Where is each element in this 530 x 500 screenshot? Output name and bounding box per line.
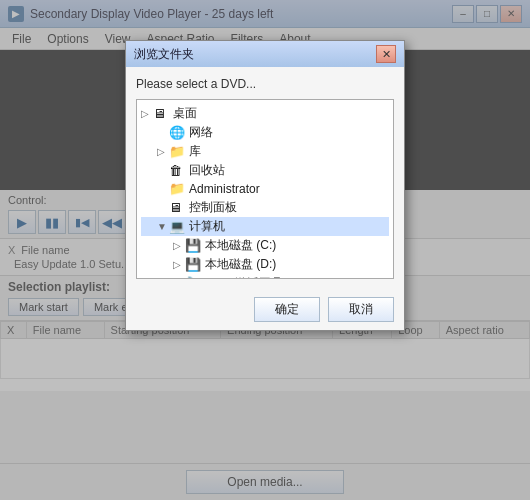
tree-item-wintool[interactable]: 🔧 WIN7激活工具: [141, 274, 389, 279]
dialog-prompt: Please select a DVD...: [136, 77, 394, 91]
tree-arrow: ▷: [173, 259, 185, 270]
tree-item-admin[interactable]: 📁 Administrator: [141, 180, 389, 198]
tree-item-desktop[interactable]: ▷ 🖥 桌面: [141, 104, 389, 123]
tree-label: WIN7激活工具: [205, 275, 283, 279]
tree-item-diskd[interactable]: ▷ 💾 本地磁盘 (D:): [141, 255, 389, 274]
dialog-overlay: 浏览文件夹 ✕ Please select a DVD... ▷ 🖥 桌面: [0, 0, 530, 500]
tree-item-diskc[interactable]: ▷ 💾 本地磁盘 (C:): [141, 236, 389, 255]
dialog-body: Please select a DVD... ▷ 🖥 桌面 🌐 网络: [126, 67, 404, 289]
wintool-icon: 🔧: [185, 276, 201, 280]
tree-label: 网络: [189, 124, 213, 141]
dialog-cancel-button[interactable]: 取消: [328, 297, 394, 322]
dialog-title-bar: 浏览文件夹 ✕: [126, 41, 404, 67]
library-icon: 📁: [169, 144, 185, 160]
tree-item-recycle[interactable]: 🗑 回收站: [141, 161, 389, 180]
tree-arrow: ▷: [141, 108, 153, 119]
controlpanel-icon: 🖥: [169, 200, 185, 216]
dialog-title-text: 浏览文件夹: [134, 46, 376, 63]
diskd-icon: 💾: [185, 257, 201, 273]
admin-icon: 📁: [169, 181, 185, 197]
desktop-icon: 🖥: [153, 106, 169, 122]
tree-item-library[interactable]: ▷ 📁 库: [141, 142, 389, 161]
network-icon: 🌐: [169, 125, 185, 141]
tree-arrow: ▼: [157, 221, 169, 232]
tree-item-controlpanel[interactable]: 🖥 控制面板: [141, 198, 389, 217]
tree-arrow: ▷: [157, 146, 169, 157]
computer-icon: 💻: [169, 219, 185, 235]
dialog-tree[interactable]: ▷ 🖥 桌面 🌐 网络 ▷ 📁 库: [136, 99, 394, 279]
tree-label: Administrator: [189, 182, 260, 196]
dialog-close-button[interactable]: ✕: [376, 45, 396, 63]
recycle-icon: 🗑: [169, 163, 185, 179]
folder-dialog: 浏览文件夹 ✕ Please select a DVD... ▷ 🖥 桌面: [125, 40, 405, 331]
tree-item-computer[interactable]: ▼ 💻 计算机: [141, 217, 389, 236]
dialog-footer: 确定 取消: [126, 289, 404, 330]
tree-label: 桌面: [173, 105, 197, 122]
tree-arrow: ▷: [173, 240, 185, 251]
tree-label: 控制面板: [189, 199, 237, 216]
tree-label: 回收站: [189, 162, 225, 179]
tree-label: 本地磁盘 (D:): [205, 256, 276, 273]
tree-label: 库: [189, 143, 201, 160]
dialog-confirm-button[interactable]: 确定: [254, 297, 320, 322]
diskc-icon: 💾: [185, 238, 201, 254]
tree-item-network[interactable]: 🌐 网络: [141, 123, 389, 142]
tree-label: 计算机: [189, 218, 225, 235]
tree-label: 本地磁盘 (C:): [205, 237, 276, 254]
